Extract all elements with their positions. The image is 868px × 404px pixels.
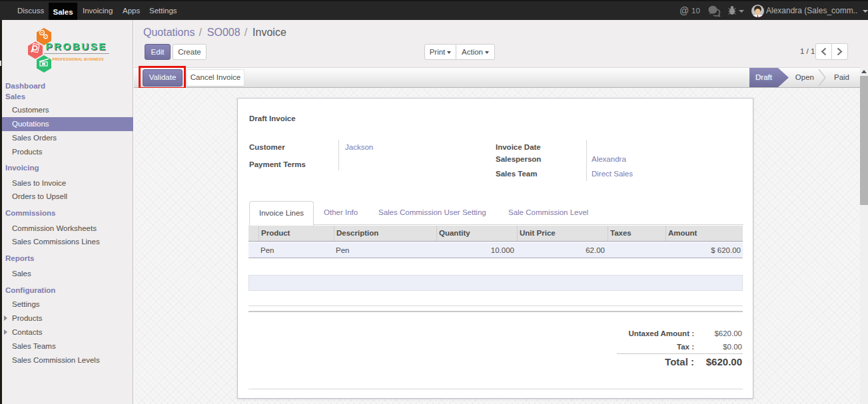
svg-text:PROBUSE: PROBUSE	[46, 41, 107, 52]
svg-text:PROFESSIONAL BUSINESS: PROFESSIONAL BUSINESS	[53, 57, 104, 61]
